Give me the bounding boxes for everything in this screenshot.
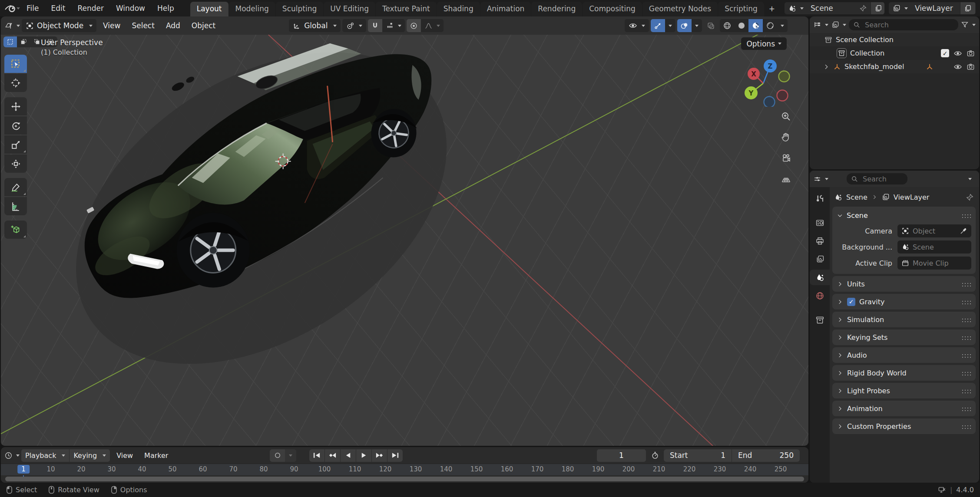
- drag-handle-icon[interactable]: [961, 213, 971, 218]
- outliner-row-sketchfab-model[interactable]: Sketchfab_model: [810, 60, 979, 73]
- menu-edit[interactable]: Edit: [45, 4, 71, 13]
- tab-scripting[interactable]: Scripting: [718, 2, 764, 16]
- tab-modeling[interactable]: Modeling: [229, 2, 275, 16]
- properties-options-button[interactable]: [964, 172, 976, 185]
- tab-tool[interactable]: [810, 191, 830, 206]
- timeline-editor-type-button[interactable]: [4, 449, 20, 462]
- tool-scale[interactable]: [4, 135, 27, 154]
- offline-icon[interactable]: [938, 486, 946, 494]
- section-custom-properties[interactable]: Custom Properties: [832, 418, 976, 434]
- outliner-row-scene-collection[interactable]: Scene Collection: [810, 33, 979, 46]
- properties-search[interactable]: [847, 173, 907, 184]
- tab-texture-paint[interactable]: Texture Paint: [376, 2, 437, 16]
- playback-menu[interactable]: Playback: [21, 449, 69, 462]
- start-frame-field[interactable]: Start 1: [664, 449, 732, 462]
- scene-name[interactable]: Scene: [807, 2, 856, 14]
- play-reverse-button[interactable]: [341, 449, 356, 462]
- autokey-options-button[interactable]: [285, 449, 296, 462]
- background-field[interactable]: Scene: [897, 240, 971, 253]
- section-simulation[interactable]: Simulation: [832, 312, 976, 327]
- add-workspace-button[interactable]: +: [765, 2, 779, 16]
- pivot-point-selector[interactable]: [342, 19, 366, 32]
- camera-view-icon[interactable]: [781, 153, 792, 163]
- viewlayer-browse-button[interactable]: [889, 2, 911, 14]
- viewport-canvas[interactable]: User Perspective (1) Collection Options: [1, 35, 808, 446]
- auto-keying-toggle[interactable]: [270, 449, 285, 462]
- play-button[interactable]: [356, 449, 371, 462]
- drag-handle-icon[interactable]: [961, 406, 971, 411]
- menu-render[interactable]: Render: [72, 4, 109, 13]
- show-overlays-toggle[interactable]: [677, 19, 692, 32]
- outliner-search-input[interactable]: [864, 20, 954, 30]
- select-mode-set[interactable]: [3, 36, 17, 47]
- tab-output[interactable]: [810, 233, 830, 249]
- drag-handle-icon[interactable]: [961, 282, 971, 286]
- gizmo-options-button[interactable]: [665, 19, 675, 32]
- gizmo-axis-x[interactable]: X: [748, 68, 760, 80]
- visibility-selector[interactable]: [625, 19, 649, 32]
- tool-select-box[interactable]: [4, 55, 27, 73]
- tab-collection[interactable]: [810, 312, 830, 328]
- current-frame-badge[interactable]: 1: [17, 465, 30, 474]
- tab-render[interactable]: [810, 215, 830, 230]
- active-clip-field[interactable]: Movie Clip: [897, 257, 971, 270]
- tool-cursor[interactable]: [4, 74, 27, 92]
- overlays-options-button[interactable]: [692, 19, 702, 32]
- drag-handle-icon[interactable]: [961, 335, 971, 340]
- keying-menu[interactable]: Keying: [70, 449, 110, 462]
- hide-in-viewport-icon[interactable]: [954, 49, 962, 58]
- pan-control-icon[interactable]: [781, 132, 792, 142]
- drag-handle-icon[interactable]: [961, 388, 971, 393]
- shading-material-button[interactable]: [748, 19, 763, 32]
- viewport-menu-select[interactable]: Select: [127, 21, 159, 30]
- section-gravity[interactable]: ✓Gravity: [832, 294, 976, 309]
- options-button[interactable]: Options: [741, 37, 787, 50]
- outliner-row-collection[interactable]: Collection ✓: [810, 46, 979, 60]
- shading-rendered-button[interactable]: [763, 19, 777, 32]
- tool-rotate[interactable]: [4, 116, 27, 135]
- properties-editor-type-button[interactable]: [813, 172, 828, 185]
- drag-handle-icon[interactable]: [961, 300, 971, 304]
- viewlayer-name[interactable]: ViewLayer: [911, 2, 960, 14]
- scene-panel-header[interactable]: Scene: [837, 209, 971, 221]
- tool-move[interactable]: [4, 97, 27, 115]
- section-units[interactable]: Units: [832, 276, 976, 292]
- drag-handle-icon[interactable]: [961, 353, 971, 358]
- outliner-display-mode-button[interactable]: [831, 18, 846, 31]
- transform-orientation-selector[interactable]: Global: [289, 19, 341, 32]
- section-light-probes[interactable]: Light Probes: [832, 383, 976, 398]
- next-keyframe-button[interactable]: [372, 449, 387, 462]
- gizmo-axis-y[interactable]: Y: [745, 86, 758, 99]
- tab-scene[interactable]: [810, 270, 830, 285]
- tab-geometry-nodes[interactable]: Geometry Nodes: [642, 2, 718, 16]
- collection-checkbox[interactable]: ✓: [941, 49, 949, 57]
- tab-view-layer[interactable]: [810, 251, 830, 267]
- drag-handle-icon[interactable]: [961, 317, 971, 322]
- disable-in-render-icon[interactable]: [967, 63, 975, 71]
- drag-handle-icon[interactable]: [961, 424, 971, 429]
- properties-search-input[interactable]: [862, 174, 903, 184]
- tab-animation[interactable]: Animation: [480, 2, 531, 16]
- navigation-gizmo[interactable]: Z X Y: [736, 49, 794, 107]
- snap-target-selector[interactable]: [382, 19, 405, 32]
- tab-uv-editing[interactable]: UV Editing: [324, 2, 375, 16]
- expand-chevron-icon[interactable]: [823, 63, 830, 70]
- shading-solid-button[interactable]: [734, 19, 748, 32]
- tab-rendering[interactable]: Rendering: [531, 2, 582, 16]
- tab-world[interactable]: [810, 288, 830, 303]
- falloff-selector[interactable]: [421, 19, 444, 32]
- camera-field[interactable]: Object: [897, 224, 971, 237]
- current-frame-field[interactable]: 1: [597, 449, 646, 462]
- section-rigid-body-world[interactable]: Rigid Body World: [832, 365, 976, 381]
- disable-in-render-icon[interactable]: [967, 49, 975, 57]
- shading-options-button[interactable]: [777, 19, 788, 32]
- snap-toggle[interactable]: [368, 19, 382, 32]
- tab-layout[interactable]: Layout: [190, 2, 228, 16]
- scene-pin-icon[interactable]: [856, 2, 871, 14]
- gizmo-axis-x-neg[interactable]: [777, 90, 788, 101]
- ortho-toggle-icon[interactable]: [781, 174, 792, 184]
- section-keying-sets[interactable]: Keying Sets: [832, 329, 976, 345]
- tool-transform[interactable]: [4, 155, 27, 173]
- jump-to-end-button[interactable]: [387, 449, 403, 462]
- viewlayer-new-button[interactable]: [960, 2, 975, 14]
